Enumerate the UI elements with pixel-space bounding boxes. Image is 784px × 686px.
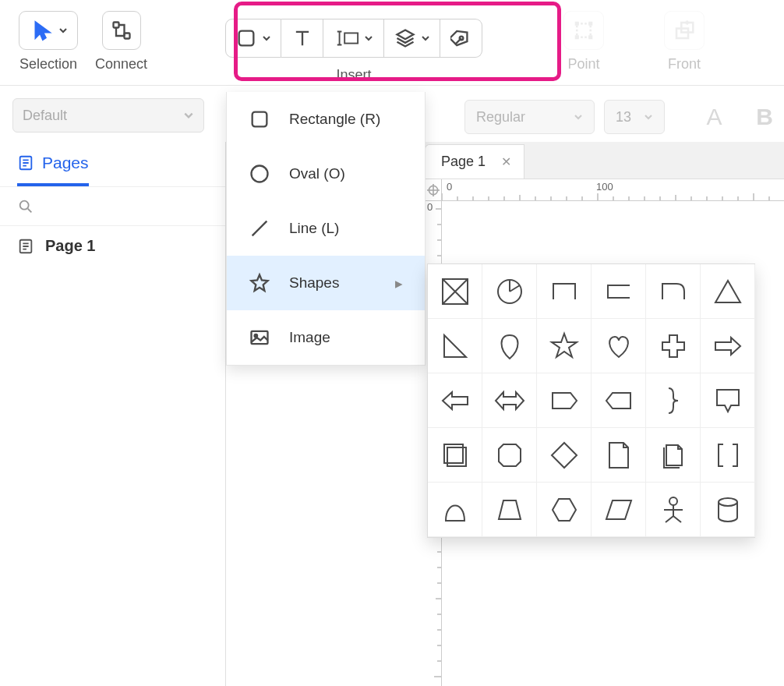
shape-triangle[interactable] bbox=[701, 264, 755, 319]
font-weight-dropdown[interactable]: Regular bbox=[464, 100, 595, 134]
menu-item-rectangle[interactable]: Rectangle (R) bbox=[227, 92, 425, 147]
chevron-right-icon: ▸ bbox=[395, 274, 403, 292]
text-icon bbox=[291, 27, 313, 49]
style-dropdown[interactable]: Default bbox=[12, 98, 204, 133]
connect-group: Connect bbox=[95, 11, 147, 72]
shape-square-x[interactable] bbox=[428, 264, 482, 319]
shape-right-triangle[interactable] bbox=[428, 319, 482, 373]
shape-tag-right[interactable] bbox=[537, 373, 592, 428]
shape-tag-left[interactable] bbox=[592, 373, 646, 428]
bold-b[interactable]: B bbox=[756, 104, 773, 130]
text-color-a[interactable]: A bbox=[706, 104, 722, 130]
point-group: Point bbox=[563, 11, 604, 72]
list-item[interactable]: Page 1 bbox=[0, 226, 225, 266]
shape-balloon[interactable] bbox=[482, 319, 537, 373]
svg-point-70 bbox=[252, 166, 268, 182]
shape-half-rect[interactable] bbox=[537, 264, 592, 319]
sidebar-search[interactable] bbox=[0, 187, 225, 226]
shape-rounded-corner[interactable] bbox=[646, 264, 701, 319]
shape-pie[interactable] bbox=[482, 264, 537, 319]
shape-arrow-right[interactable] bbox=[701, 319, 755, 373]
shapes-popover bbox=[427, 263, 755, 538]
origin-icon[interactable] bbox=[427, 184, 440, 196]
menu-item-oval[interactable]: Oval (O) bbox=[227, 147, 425, 201]
bounding-box-icon bbox=[572, 19, 595, 42]
svg-rect-9 bbox=[588, 35, 592, 39]
insert-field-button[interactable] bbox=[323, 19, 384, 58]
shape-star[interactable] bbox=[537, 319, 592, 373]
menu-item-line[interactable]: Line (L) bbox=[227, 201, 425, 256]
connect-button[interactable] bbox=[102, 11, 141, 50]
shape-heart[interactable] bbox=[592, 319, 646, 373]
menu-label: Rectangle (R) bbox=[289, 111, 380, 128]
insert-group: Insert bbox=[225, 11, 482, 83]
shape-brace[interactable] bbox=[646, 373, 701, 428]
font-size-dropdown[interactable]: 13 bbox=[604, 100, 665, 134]
cursor-icon bbox=[32, 19, 54, 41]
bring-front-icon bbox=[673, 19, 696, 42]
insert-shape-button[interactable] bbox=[225, 19, 281, 58]
shape-document[interactable] bbox=[592, 428, 646, 483]
main-toolbar: Selection Connect bbox=[0, 0, 784, 86]
svg-rect-3 bbox=[344, 33, 358, 43]
selection-label: Selection bbox=[19, 56, 77, 72]
shape-callout[interactable] bbox=[701, 373, 755, 428]
shape-arrow-left[interactable] bbox=[428, 373, 482, 428]
chevron-down-icon bbox=[183, 110, 194, 121]
menu-item-image[interactable]: Image bbox=[227, 310, 425, 365]
sidebar: Pages Page 1 bbox=[0, 142, 226, 686]
chevron-down-icon bbox=[262, 34, 271, 43]
font-size-label: 13 bbox=[616, 109, 631, 126]
shape-trapezoid[interactable] bbox=[482, 483, 537, 537]
svg-point-77 bbox=[669, 497, 677, 505]
chevron-down-icon bbox=[421, 34, 430, 43]
canvas-tabstrip: Page 1 ✕ bbox=[425, 142, 784, 179]
menu-item-shapes[interactable]: Shapes ▸ bbox=[227, 256, 425, 310]
shape-open-rect[interactable] bbox=[592, 264, 646, 319]
style-dropdown-label: Default bbox=[23, 108, 67, 124]
tab-pages-label: Pages bbox=[42, 154, 89, 172]
shape-stack[interactable] bbox=[428, 428, 482, 483]
front-label: Front bbox=[668, 56, 701, 72]
insert-pen-button[interactable] bbox=[440, 19, 482, 58]
shape-plus[interactable] bbox=[646, 319, 701, 373]
selection-group: Selection bbox=[19, 11, 78, 72]
canvas-tab[interactable]: Page 1 ✕ bbox=[425, 144, 524, 179]
layers-icon bbox=[394, 27, 416, 49]
pages-icon bbox=[17, 154, 34, 172]
connect-icon bbox=[111, 19, 132, 41]
chevron-down-icon bbox=[574, 112, 583, 122]
page-icon bbox=[17, 238, 34, 255]
svg-point-78 bbox=[719, 498, 737, 506]
menu-label: Shapes bbox=[289, 274, 339, 292]
close-icon[interactable]: ✕ bbox=[501, 154, 511, 169]
square-icon bbox=[235, 27, 257, 49]
front-button[interactable] bbox=[664, 11, 705, 50]
selection-button[interactable] bbox=[19, 11, 78, 50]
sidebar-tabs: Pages bbox=[0, 142, 225, 187]
search-icon bbox=[17, 198, 34, 215]
insert-label: Insert bbox=[337, 67, 372, 83]
shape-brackets[interactable] bbox=[701, 428, 755, 483]
page-item-label: Page 1 bbox=[45, 237, 95, 255]
insert-layers-button[interactable] bbox=[384, 19, 440, 58]
shape-hexagon[interactable] bbox=[537, 483, 592, 537]
shape-cylinder[interactable] bbox=[701, 483, 755, 537]
shape-rounded-square[interactable] bbox=[482, 428, 537, 483]
shape-documents[interactable] bbox=[646, 428, 701, 483]
chevron-down-icon bbox=[364, 34, 373, 43]
insert-text-button[interactable] bbox=[281, 19, 323, 58]
shape-arrow-both[interactable] bbox=[482, 373, 537, 428]
font-weight-label: Regular bbox=[476, 109, 525, 126]
connect-label: Connect bbox=[95, 56, 147, 72]
shape-parallelogram[interactable] bbox=[592, 483, 646, 537]
point-button[interactable] bbox=[563, 11, 604, 50]
svg-rect-6 bbox=[575, 22, 579, 26]
input-field-icon bbox=[334, 30, 359, 47]
shape-person[interactable] bbox=[646, 483, 701, 537]
rectangle-icon bbox=[249, 108, 270, 130]
tab-pages[interactable]: Pages bbox=[17, 142, 89, 186]
shape-arch[interactable] bbox=[428, 483, 482, 537]
image-icon bbox=[249, 327, 270, 348]
shape-diamond[interactable] bbox=[537, 428, 592, 483]
